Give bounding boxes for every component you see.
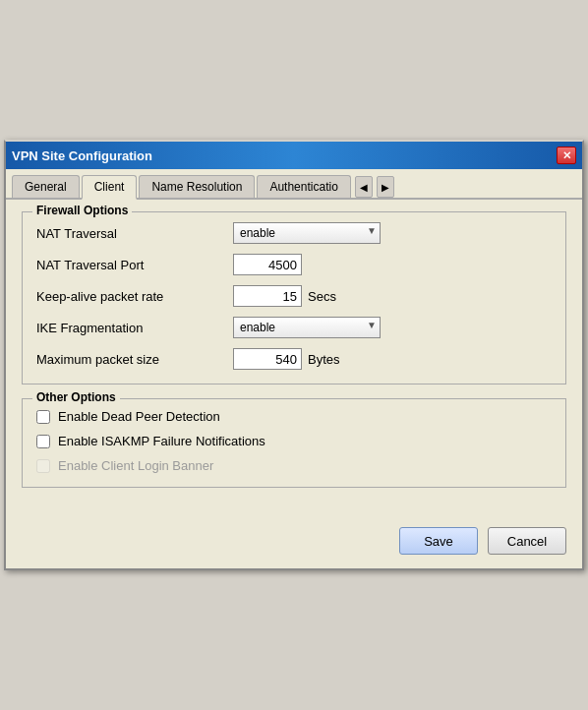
max-packet-size-unit: Bytes (308, 352, 340, 367)
dead-peer-detection-label: Enable Dead Peer Detection (58, 409, 220, 424)
other-options-label: Other Options (32, 390, 120, 404)
keepalive-rate-unit: Secs (308, 289, 336, 304)
firewall-options-group: Firewall Options NAT Traversal enable di… (22, 211, 566, 385)
ike-fragmentation-dropdown-wrapper: enable disable (233, 317, 381, 338)
ike-fragmentation-row: IKE Fragmentation enable disable (36, 317, 552, 338)
ike-fragmentation-label: IKE Fragmentation (36, 321, 233, 335)
window-title: VPN Site Configuration (12, 148, 152, 163)
client-login-banner-label: Enable Client Login Banner (58, 458, 213, 473)
max-packet-size-input[interactable] (233, 348, 302, 370)
vpn-config-window: VPN Site Configuration ✕ General Client … (4, 140, 584, 570)
dead-peer-detection-row: Enable Dead Peer Detection (36, 409, 552, 424)
max-packet-size-row: Maximum packet size Bytes (36, 348, 552, 370)
keepalive-rate-control: Secs (233, 285, 336, 307)
client-login-banner-checkbox[interactable] (36, 459, 50, 473)
keepalive-rate-label: Keep-alive packet rate (36, 289, 233, 304)
keepalive-rate-row: Keep-alive packet rate Secs (36, 285, 552, 307)
client-login-banner-row: Enable Client Login Banner (36, 458, 552, 473)
tab-client[interactable]: Client (82, 175, 138, 200)
nat-traversal-port-label: NAT Traversal Port (36, 258, 233, 272)
nat-traversal-port-row: NAT Traversal Port (36, 254, 552, 275)
max-packet-size-control: Bytes (233, 348, 340, 370)
keepalive-rate-input[interactable] (233, 285, 302, 307)
isakmp-failure-checkbox[interactable] (36, 435, 50, 448)
isakmp-failure-label: Enable ISAKMP Failure Notifications (58, 434, 265, 448)
tab-general[interactable]: General (12, 175, 80, 198)
nat-traversal-port-input[interactable] (233, 254, 302, 275)
title-bar: VPN Site Configuration ✕ (6, 142, 582, 169)
nat-traversal-dropdown-wrapper: enable disable (233, 222, 381, 244)
content-area: Firewall Options NAT Traversal enable di… (6, 200, 582, 517)
tab-nav-forward[interactable]: ▶ (377, 176, 394, 198)
cancel-button[interactable]: Cancel (488, 527, 566, 555)
nat-traversal-row: NAT Traversal enable disable (36, 222, 552, 244)
tab-bar: General Client Name Resolution Authentic… (6, 169, 582, 200)
max-packet-size-label: Maximum packet size (36, 352, 233, 367)
tab-authentication[interactable]: Authenticatio (257, 175, 350, 198)
footer: Save Cancel (6, 517, 582, 568)
firewall-options-label: Firewall Options (32, 204, 132, 217)
other-options-group: Other Options Enable Dead Peer Detection… (22, 398, 566, 488)
nat-traversal-control: enable disable (233, 222, 381, 244)
save-button[interactable]: Save (399, 527, 478, 555)
nat-traversal-port-control (233, 254, 302, 275)
close-button[interactable]: ✕ (557, 147, 576, 164)
nat-traversal-select[interactable]: enable disable (233, 222, 381, 244)
nat-traversal-label: NAT Traversal (36, 226, 233, 241)
tab-name-resolution[interactable]: Name Resolution (139, 175, 255, 198)
isakmp-failure-row: Enable ISAKMP Failure Notifications (36, 434, 552, 448)
dead-peer-detection-checkbox[interactable] (36, 410, 50, 424)
ike-fragmentation-select[interactable]: enable disable (233, 317, 381, 338)
tab-nav-back[interactable]: ◀ (355, 176, 373, 198)
ike-fragmentation-control: enable disable (233, 317, 381, 338)
